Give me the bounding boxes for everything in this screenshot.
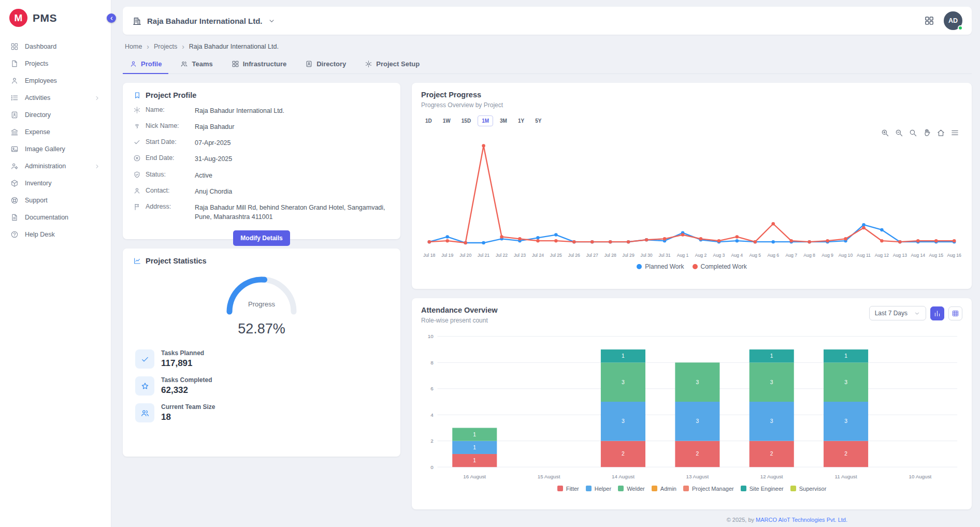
company-selector[interactable]: Raja Bahadur International Ltd.	[132, 16, 276, 26]
teams-tab-icon	[180, 60, 188, 68]
range-button-5y[interactable]: 5Y	[531, 115, 545, 126]
range-button-3m[interactable]: 3M	[496, 115, 511, 126]
breadcrumb-home[interactable]: Home	[125, 43, 142, 50]
pan-icon[interactable]	[923, 128, 931, 137]
chart-menu-icon[interactable]	[950, 128, 959, 137]
sidebar-nav: Dashboard Projects Employees Activities …	[0, 33, 111, 242]
tab-profile[interactable]: Profile	[123, 55, 168, 74]
legend-item[interactable]: Completed Work	[693, 263, 747, 270]
employees-icon	[10, 77, 19, 85]
sidebar-collapse-button[interactable]	[107, 13, 116, 23]
sidebar-item-projects[interactable]: Projects	[5, 56, 106, 71]
sidebar-item-label: Support	[25, 197, 48, 204]
card-title: Project Progress	[421, 91, 962, 99]
range-button-1d[interactable]: 1D	[421, 115, 436, 126]
profile-fields: Name: Raja Bahadur International Ltd. Ni…	[133, 106, 390, 222]
svg-text:Jul 31: Jul 31	[659, 253, 671, 258]
tab-directory[interactable]: Directory	[298, 55, 353, 74]
svg-text:Jul 27: Jul 27	[586, 253, 598, 258]
sidebar-item-dashboard[interactable]: Dashboard	[5, 39, 106, 54]
chevron-left-icon	[109, 16, 114, 21]
range-button-1y[interactable]: 1Y	[514, 115, 528, 126]
table-view-toggle-button[interactable]	[948, 306, 962, 320]
svg-text:Aug 13: Aug 13	[893, 253, 907, 258]
field-nick-name: Nick Name: Raja Bahadur	[133, 122, 390, 131]
chart-view-toggle-button[interactable]	[930, 306, 944, 320]
svg-text:Jul 20: Jul 20	[459, 253, 471, 258]
company-link[interactable]: MARCO AIoT Technologies Pvt. Ltd.	[756, 517, 847, 523]
breadcrumb-projects[interactable]: Projects	[154, 43, 177, 50]
selection-zoom-icon[interactable]	[909, 128, 917, 137]
sidebar-item-label: Activities	[25, 94, 50, 101]
svg-text:Aug 8: Aug 8	[803, 253, 815, 258]
range-button-1w[interactable]: 1W	[439, 115, 455, 126]
sidebar-item-documentation[interactable]: Documentation	[5, 210, 106, 225]
field-value: Anuj Chordia	[195, 187, 232, 196]
legend-item[interactable]: Fitter	[557, 486, 579, 492]
legend-label: Admin	[660, 486, 676, 492]
svg-text:3: 3	[770, 379, 773, 385]
range-button-1m[interactable]: 1M	[478, 115, 493, 126]
reset-zoom-home-icon[interactable]	[936, 128, 945, 137]
sidebar-item-help-desk[interactable]: Help Desk	[5, 227, 106, 242]
svg-text:Jul 29: Jul 29	[623, 253, 635, 258]
support-icon	[10, 196, 19, 204]
modify-details-button[interactable]: Modify Details	[233, 230, 290, 246]
line-chart-legend: Planned WorkCompleted Work	[421, 263, 962, 270]
star-icon	[135, 376, 154, 396]
svg-text:2: 2	[770, 451, 773, 457]
svg-text:13 August: 13 August	[686, 474, 709, 479]
sidebar-item-image-gallery[interactable]: Image Gallery	[5, 141, 106, 157]
image-gallery-icon	[10, 145, 19, 153]
app-root: M PMS Dashboard Projects Employees Activ…	[0, 0, 980, 527]
tab-infrastructure[interactable]: Infrastructure	[225, 55, 294, 74]
legend-item[interactable]: Planned Work	[637, 263, 684, 270]
sidebar-item-inventory[interactable]: Inventory	[5, 175, 106, 191]
attendance-bar-chart[interactable]: 024681011116 August15 August233114 Augus…	[421, 330, 962, 484]
svg-text:Jul 28: Jul 28	[604, 253, 616, 258]
card-title: Project Statistics	[146, 257, 207, 265]
apps-grid-icon	[924, 16, 934, 26]
legend-item[interactable]: Supervisor	[790, 486, 827, 492]
zoom-in-icon[interactable]	[881, 128, 889, 137]
app-logo[interactable]: M PMS	[0, 0, 111, 33]
zoom-out-icon[interactable]	[895, 128, 903, 137]
stat-tasks-completed: Tasks Completed 62,332	[133, 376, 390, 396]
online-status-dot	[958, 25, 963, 31]
sidebar-item-directory[interactable]: Directory	[5, 107, 106, 123]
legend-item[interactable]: Helper	[586, 486, 611, 492]
legend-item[interactable]: Welder	[618, 486, 645, 492]
card-title: Project Profile	[146, 91, 196, 99]
progress-line-chart[interactable]: Jul 18Jul 19Jul 20Jul 21Jul 22Jul 23Jul …	[421, 133, 962, 261]
avatar-initials: AD	[948, 17, 958, 24]
svg-text:3: 3	[622, 418, 625, 424]
sidebar-item-label: Dashboard	[25, 43, 56, 50]
svg-text:3: 3	[622, 379, 625, 385]
range-button-15d[interactable]: 15D	[457, 115, 475, 126]
apps-grid-button[interactable]	[924, 16, 934, 26]
field-label: Nick Name:	[146, 122, 190, 129]
field-label: End Date:	[146, 154, 190, 162]
time-range-selector: 1D 1W 15D 1M 3M 1Y 5Y	[421, 115, 962, 126]
sidebar-item-label: Help Desk	[25, 231, 55, 238]
field-value: Raja Bahadur Mill Rd, behind Sheraton Gr…	[195, 203, 387, 222]
sidebar-item-activities[interactable]: Activities	[5, 90, 106, 106]
sidebar-item-expense[interactable]: Expense	[5, 124, 106, 140]
sidebar-item-support[interactable]: Support	[5, 193, 106, 208]
sidebar-item-employees[interactable]: Employees	[5, 73, 106, 89]
legend-item[interactable]: Project Manager	[683, 486, 734, 492]
user-avatar[interactable]: AD	[944, 11, 962, 30]
legend-item[interactable]: Site Engineer	[741, 486, 784, 492]
tab-teams[interactable]: Teams	[174, 55, 219, 74]
sidebar-item-administration[interactable]: Administration	[5, 158, 106, 174]
breadcrumb-separator: ›	[182, 42, 184, 51]
attendance-header: Attendance Overview Role-wise present co…	[421, 306, 962, 324]
field-value: 31-Aug-2025	[195, 154, 232, 164]
tab-project-setup[interactable]: Project Setup	[358, 55, 426, 74]
svg-text:3: 3	[696, 379, 699, 385]
svg-text:1: 1	[622, 353, 625, 359]
legend-label: Supervisor	[799, 486, 827, 492]
legend-item[interactable]: Admin	[652, 486, 676, 492]
attendance-range-select[interactable]: Last 7 Days	[869, 306, 926, 320]
field-label: Status:	[146, 171, 190, 178]
